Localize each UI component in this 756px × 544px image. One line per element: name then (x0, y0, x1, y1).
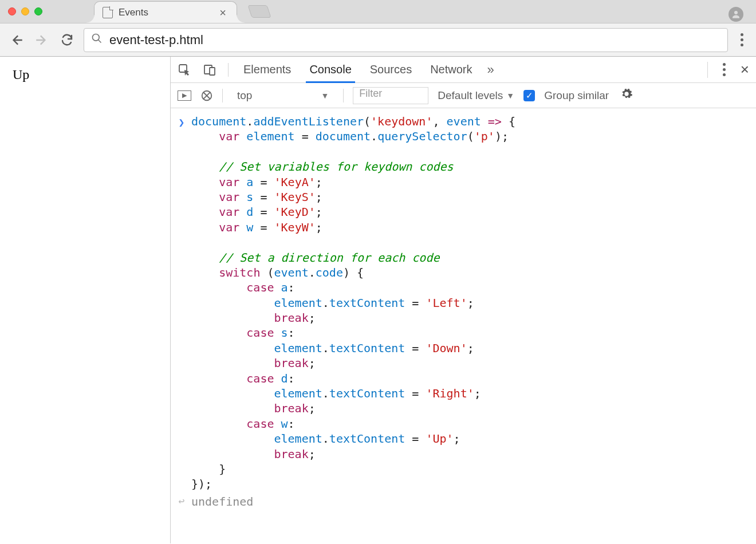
console-input-row: ❯ document.addEventListener('keydown', e… (171, 113, 756, 493)
context-label: top (237, 89, 252, 102)
return-icon: ↩ (176, 494, 187, 509)
clear-console-icon[interactable] (200, 89, 213, 102)
tab-sources[interactable]: Sources (367, 56, 415, 83)
page-viewport: Up (0, 57, 170, 543)
more-tabs-icon[interactable]: » (487, 62, 494, 77)
console-sidebar-toggle-icon[interactable] (178, 90, 191, 101)
console-return-value: undefined (191, 495, 253, 508)
back-button[interactable] (8, 33, 25, 48)
devtools-panel: Elements Console Sources Network » × top… (170, 57, 756, 543)
maximize-window-icon[interactable] (34, 7, 42, 15)
menu-button[interactable] (736, 33, 748, 46)
chevron-down-icon: ▼ (321, 91, 329, 100)
console-toolbar: top ▼ Filter Default levels ▼ ✓ Group si… (171, 83, 756, 108)
prompt-icon: ❯ (176, 114, 187, 492)
group-similar-label: Group similar (544, 89, 609, 102)
console-output[interactable]: ❯ document.addEventListener('keydown', e… (171, 108, 756, 543)
divider (707, 62, 708, 78)
inspect-element-icon[interactable] (178, 63, 191, 77)
minimize-window-icon[interactable] (21, 7, 29, 15)
group-similar-checkbox[interactable]: ✓ (523, 90, 535, 101)
tab-console[interactable]: Console (306, 56, 355, 83)
console-settings-icon[interactable] (620, 88, 633, 104)
filter-input[interactable]: Filter (353, 87, 428, 104)
console-return-row: ↩ undefined (171, 493, 756, 510)
device-toolbar-icon[interactable] (203, 63, 216, 77)
window-controls (8, 7, 42, 15)
page-paragraph: Up (13, 67, 158, 82)
document-icon (103, 7, 113, 18)
address-bar[interactable]: event-test-p.html (84, 28, 728, 52)
url-text: event-test-p.html (109, 33, 203, 48)
browser-chrome: Events × event-test-p.html (0, 0, 756, 57)
viewport-row: Up Elements Console Sources Network » × (0, 57, 756, 543)
tab-strip: Events × (94, 0, 269, 23)
devtools-tabbar: Elements Console Sources Network » × (171, 57, 756, 83)
chevron-down-icon: ▼ (506, 91, 514, 100)
tab-title: Events (119, 7, 214, 18)
browser-toolbar: event-test-p.html (0, 23, 756, 56)
search-icon (91, 33, 103, 47)
levels-label: Default levels (438, 89, 503, 102)
reload-button[interactable] (58, 33, 76, 47)
forward-button[interactable] (33, 33, 50, 48)
new-tab-button[interactable] (247, 5, 271, 18)
tab-network[interactable]: Network (427, 56, 475, 83)
svg-point-1 (93, 34, 100, 41)
divider (228, 63, 229, 77)
devtools-menu-icon[interactable] (718, 63, 730, 76)
close-window-icon[interactable] (8, 7, 16, 15)
context-selector[interactable]: top ▼ (232, 86, 334, 105)
svg-rect-4 (210, 68, 215, 75)
divider (222, 89, 223, 103)
close-tab-icon[interactable]: × (219, 7, 226, 18)
titlebar: Events × (0, 0, 756, 23)
log-levels-selector[interactable]: Default levels ▼ (438, 89, 514, 102)
tab-elements[interactable]: Elements (240, 56, 294, 83)
browser-tab[interactable]: Events × (94, 1, 237, 23)
console-code: document.addEventListener('keydown', eve… (191, 114, 515, 492)
svg-point-0 (734, 11, 738, 14)
divider (343, 89, 344, 103)
close-devtools-icon[interactable]: × (741, 61, 749, 78)
profile-icon[interactable] (729, 7, 743, 22)
